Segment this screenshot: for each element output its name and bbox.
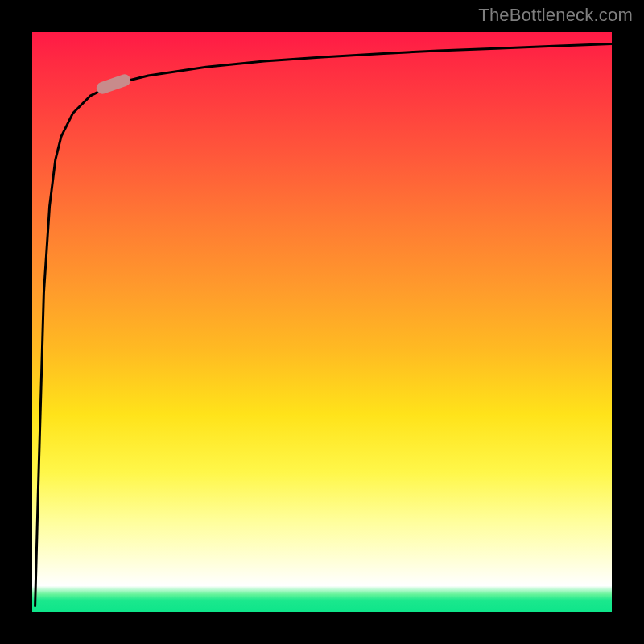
plot-area bbox=[32, 32, 612, 612]
source-credit: TheBottleneck.com bbox=[478, 5, 633, 26]
chart-frame: TheBottleneck.com bbox=[0, 0, 644, 644]
bottleneck-curve bbox=[32, 32, 612, 612]
